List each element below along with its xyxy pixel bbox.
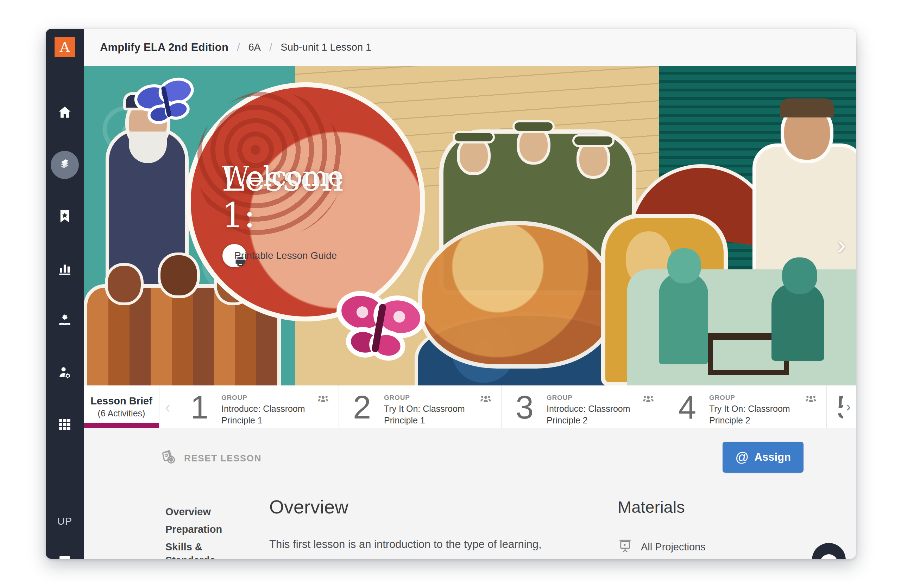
hero-illustration-family-figure (105, 263, 143, 305)
overview-heading: Overview (269, 496, 621, 518)
home-icon (58, 105, 72, 121)
lesson-brief-title: Lesson Brief (90, 395, 153, 407)
teacher-lectern-icon (58, 313, 72, 329)
projection-screen-icon (618, 538, 633, 555)
breadcrumb-separator: / (269, 42, 272, 53)
activity-kicker: GROUP (547, 394, 634, 401)
help-messenger-button[interactable] (812, 543, 846, 559)
nav-item-preparation[interactable]: Preparation (165, 523, 236, 536)
activity-number: 3 (516, 390, 547, 424)
hero-illustration-soldier-hat (572, 134, 614, 147)
sidebar: A UP (46, 29, 84, 559)
sidebar-item-library[interactable] (51, 151, 79, 179)
nav-item-overview[interactable]: Overview (165, 505, 236, 518)
activity-kicker: GROUP (221, 394, 309, 401)
reset-lesson-button[interactable]: RESET LESSON (160, 449, 262, 468)
library-books-icon (58, 157, 72, 173)
tabs-prev-arrow[interactable]: ‹ (159, 386, 176, 428)
nav-item-skills-standards[interactable]: Skills & Standards (165, 540, 236, 559)
lesson-hero: Lesson 1: Welcome Printable Lesson Guide… (84, 66, 856, 386)
assign-button[interactable]: @ Assign (723, 442, 803, 473)
sidebar-item-reports[interactable] (51, 255, 79, 283)
activity-kicker: GROUP (709, 394, 797, 401)
at-icon: @ (735, 451, 749, 464)
breadcrumb-lesson: Sub-unit 1 Lesson 1 (281, 42, 371, 53)
printable-lesson-guide-button[interactable]: Printable Lesson Guide (223, 244, 246, 267)
tab-activity-2[interactable]: 2 GROUP Try It On: Classroom Principle 1 (339, 386, 502, 428)
grid-apps-icon (58, 417, 72, 433)
person-gear-icon (58, 365, 72, 381)
tab-activity-5-partial[interactable]: 5 (827, 386, 843, 428)
reset-lesson-icon (160, 449, 177, 468)
material-label: All Projections (641, 541, 706, 553)
sidebar-item-bookmarks[interactable] (51, 203, 79, 231)
materials-section: Materials All Projections (618, 497, 815, 555)
lesson-content: RESET LESSON @ Assign Overview Preparati… (84, 428, 856, 559)
activity-tabbar: Lesson Brief (6 Activities) ‹ 1 GROUP In… (84, 386, 856, 428)
lesson-section-nav: Overview Preparation Skills & Standards (165, 505, 236, 559)
tab-activity-4[interactable]: 4 GROUP Try It On: Classroom Principle 2 (664, 386, 827, 428)
sidebar-item-home[interactable] (51, 99, 79, 127)
printable-lesson-guide-label: Printable Lesson Guide (234, 250, 337, 261)
activity-number: 5 (837, 390, 843, 424)
pink-butterfly-illustration (330, 284, 429, 372)
hero-next-arrow[interactable]: › (829, 224, 854, 266)
bookmark-star-icon (58, 209, 72, 225)
breadcrumb-separator: / (237, 42, 240, 53)
overview-section: Overview This first lesson is an introdu… (269, 496, 621, 559)
hero-illustration-butterfly-figure (418, 221, 615, 369)
group-icon (804, 393, 817, 406)
assign-label: Assign (754, 451, 791, 464)
tab-lesson-brief[interactable]: Lesson Brief (6 Activities) (84, 386, 159, 428)
reset-lesson-label: RESET LESSON (184, 453, 262, 464)
activity-title: Introduce: Classroom Principle 1 (221, 403, 309, 426)
activity-number: 2 (353, 390, 384, 424)
sidebar-item-apps[interactable] (51, 411, 79, 439)
tab-activity-1[interactable]: 1 GROUP Introduce: Classroom Principle 1 (176, 386, 339, 428)
group-icon (642, 393, 655, 406)
sidebar-item-account-settings[interactable] (51, 359, 79, 387)
group-icon (317, 393, 329, 406)
material-all-projections[interactable]: All Projections (618, 538, 815, 555)
activity-number: 1 (190, 390, 221, 424)
activity-title: Try It On: Classroom Principle 2 (709, 403, 797, 426)
activity-kicker: GROUP (384, 394, 472, 401)
bar-chart-icon (58, 261, 72, 277)
active-tab-indicator (84, 423, 159, 428)
hero-illustration-soldier-hat (513, 120, 555, 133)
activity-number: 4 (678, 390, 709, 424)
hero-illustration-teacher-head (782, 257, 817, 294)
group-icon (479, 393, 492, 406)
hero-illustration-student (659, 273, 708, 364)
messenger-icon (820, 554, 838, 559)
hero-illustration-officer-hair (780, 98, 834, 117)
blue-butterfly-illustration (129, 72, 203, 132)
materials-heading: Materials (618, 497, 815, 516)
hero-illustration-teacher-figure (772, 283, 824, 361)
breadcrumb: Amplify ELA 2nd Edition / 6A / Sub-unit … (84, 29, 856, 66)
amplify-logo[interactable]: A (55, 37, 75, 57)
sidebar-item-classwork[interactable] (51, 307, 79, 335)
hero-illustration-student-head (667, 248, 701, 283)
tab-activity-3[interactable]: 3 GROUP Introduce: Classroom Principle 2 (502, 386, 664, 428)
hero-illustration-family-figure (157, 252, 200, 298)
activity-title: Try It On: Classroom Principle 1 (384, 403, 472, 426)
tabs-next-arrow[interactable]: › (843, 386, 853, 428)
activity-title: Introduce: Classroom Principle 2 (547, 403, 634, 426)
lesson-title-line2: Welcome (222, 160, 344, 193)
app-window: A UP (46, 29, 856, 559)
breadcrumb-program[interactable]: Amplify ELA 2nd Edition (100, 41, 228, 54)
lesson-brief-count: (6 Activities) (98, 408, 145, 418)
sidebar-up-label[interactable]: UP (46, 516, 84, 527)
overview-body: This first lesson is an introduction to … (269, 533, 593, 559)
hero-illustration-soldier-hat (453, 131, 495, 143)
breadcrumb-unit[interactable]: 6A (248, 42, 260, 53)
sidebar-partial-element (59, 556, 70, 559)
